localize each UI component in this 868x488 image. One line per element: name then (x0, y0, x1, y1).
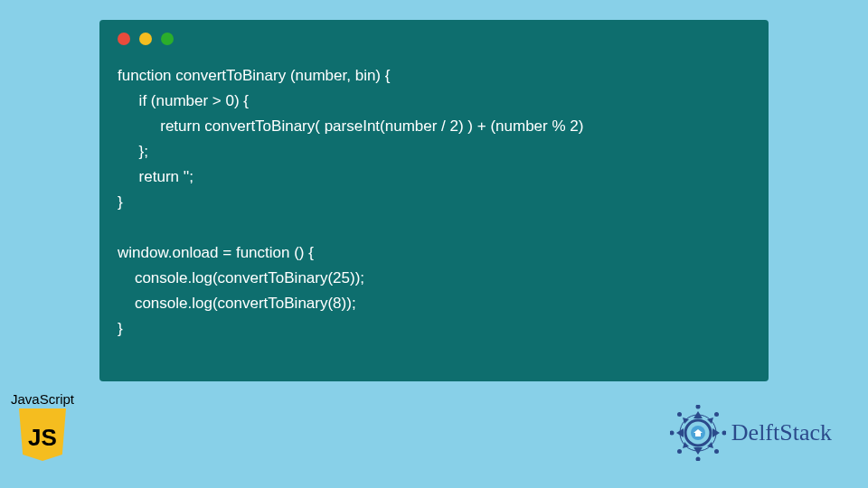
svg-point-5 (670, 431, 675, 436)
window-controls (118, 33, 750, 45)
close-dot-icon (118, 33, 130, 45)
javascript-logo-text: JS (28, 424, 57, 452)
javascript-badge: JavaScript JS (7, 391, 78, 461)
javascript-label: JavaScript (7, 391, 78, 407)
code-window: function convertToBinary (number, bin) {… (99, 20, 769, 381)
svg-point-6 (722, 431, 726, 436)
svg-point-7 (714, 412, 719, 417)
maximize-dot-icon (161, 33, 174, 45)
svg-point-9 (714, 449, 719, 454)
delftstack-brand: DelftStack (670, 405, 832, 461)
delftstack-logo-icon (670, 405, 726, 461)
svg-point-3 (695, 405, 700, 409)
svg-point-8 (677, 412, 682, 417)
code-block: function convertToBinary (number, bin) {… (118, 63, 750, 343)
javascript-logo-icon: JS (19, 408, 66, 461)
svg-point-10 (677, 449, 682, 454)
svg-point-4 (695, 457, 700, 462)
minimize-dot-icon (139, 33, 152, 45)
delftstack-label: DelftStack (731, 419, 832, 446)
